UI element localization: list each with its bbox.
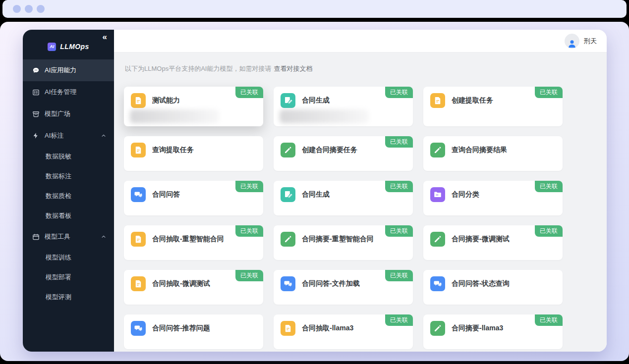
window-control-dot[interactable] — [13, 5, 21, 13]
sidebar-subitem-label: 数据脱敏 — [46, 152, 71, 161]
window-control-dot[interactable] — [37, 5, 45, 13]
card-title: 查询合同摘要结果 — [452, 146, 507, 155]
card-title: 合同抽取-llama3 — [302, 324, 353, 333]
card-title: 合同问答-推荐问题 — [152, 324, 210, 333]
sidebar-subitem-label: 模型训练 — [46, 253, 71, 262]
app-window: « AI LLMOps AI应用能力 AI任务管理 模型广场 AI标注 数据脱敏… — [23, 30, 607, 352]
sidebar-item-ai-annotation[interactable]: AI标注 — [23, 125, 114, 147]
capability-card[interactable]: 合同摘要-重塑智能合同 已关联 — [274, 225, 413, 260]
capability-card[interactable]: 测试能力 已关联 — [124, 87, 263, 126]
pencil-icon — [430, 143, 445, 157]
linked-badge: 已关联 — [385, 136, 413, 148]
pencil-icon — [281, 143, 295, 157]
sidebar-subitem-data-qc[interactable]: 数据质检 — [23, 186, 114, 206]
chat-icon — [281, 276, 295, 291]
document-icon — [131, 143, 146, 157]
card-title: 合同摘要-重塑智能合同 — [302, 235, 374, 244]
sidebar-item-label: 模型广场 — [45, 109, 70, 118]
linked-badge: 已关联 — [235, 181, 263, 192]
capability-card[interactable]: 合同生成 已关联 — [274, 87, 413, 126]
capability-card[interactable]: 创建提取任务 已关联 — [423, 87, 563, 126]
pencil-icon — [430, 321, 445, 336]
capability-card[interactable]: 创建合同摘要任务 已关联 — [274, 136, 413, 171]
sidebar-subitem-model-deploy[interactable]: 模型部署 — [23, 267, 114, 287]
window-control-dot[interactable] — [25, 5, 33, 13]
capability-card[interactable]: 查询提取任务 — [124, 136, 263, 171]
capability-card-grid: 测试能力 已关联 合同生成 已关联 创建提取任务 已关联 查询提取任务 创建合同… — [124, 87, 597, 349]
sidebar-item-model-tools[interactable]: 模型工具 — [23, 226, 114, 248]
sidebar-item-label: 模型工具 — [45, 232, 70, 241]
capability-card[interactable]: 合同抽取-微调测试 已关联 — [124, 270, 263, 305]
chevron-up-icon — [101, 234, 106, 239]
linked-badge: 已关联 — [385, 181, 413, 192]
document-icon — [281, 321, 295, 336]
sidebar: « AI LLMOps AI应用能力 AI任务管理 模型广场 AI标注 数据脱敏… — [23, 30, 114, 352]
card-title: 合同摘要-llama3 — [452, 324, 503, 333]
sidebar-item-model-plaza[interactable]: 模型广场 — [23, 103, 114, 125]
sidebar-collapse-icon[interactable]: « — [103, 33, 107, 41]
sidebar-item-ai-task[interactable]: AI任务管理 — [23, 81, 114, 103]
user-name[interactable]: 刑天 — [584, 37, 597, 46]
sidebar-subitem-data-annotation[interactable]: 数据标注 — [23, 166, 114, 186]
sidebar-subitem-label: 数据标注 — [46, 172, 71, 181]
topbar: 刑天 — [114, 30, 607, 52]
document-icon — [430, 93, 445, 108]
document-icon — [131, 232, 146, 247]
sidebar-subitem-model-training[interactable]: 模型训练 — [23, 248, 114, 267]
capability-card[interactable]: 合同问答-推荐问题 — [124, 314, 263, 349]
linked-badge: 已关联 — [235, 87, 263, 98]
document-edit-icon — [281, 187, 295, 202]
description-text: 以下为LLMOps平台支持的AI能力模型，如需对接请 — [125, 65, 271, 72]
linked-badge: 已关联 — [385, 87, 413, 98]
capability-card[interactable]: 合同问答 已关联 — [124, 181, 263, 215]
linked-badge: 已关联 — [535, 314, 563, 326]
capability-card[interactable]: 查询合同摘要结果 — [423, 136, 563, 171]
docs-link[interactable]: 查看对接文档 — [274, 65, 312, 72]
card-title: 合同抽取-重塑智能合同 — [152, 235, 224, 244]
card-title: 合同抽取-微调测试 — [152, 279, 210, 288]
sidebar-subitem-label: 模型评测 — [46, 293, 71, 302]
desktop-backdrop: « AI LLMOps AI应用能力 AI任务管理 模型广场 AI标注 数据脱敏… — [0, 22, 629, 361]
linked-badge: 已关联 — [385, 225, 413, 237]
sidebar-subitem-label: 数据看板 — [46, 211, 71, 220]
capability-card[interactable]: 合同摘要-微调测试 已关联 — [423, 225, 563, 260]
sidebar-item-ai-app[interactable]: AI应用能力 — [23, 59, 114, 81]
linked-badge: 已关联 — [535, 87, 563, 98]
app-logo: AI LLMOps — [23, 41, 114, 52]
sidebar-subitem-model-evaluation[interactable]: 模型评测 — [23, 287, 114, 307]
sidebar-subitem-data-masking[interactable]: 数据脱敏 — [23, 147, 114, 166]
card-title: 合同分类 — [452, 190, 479, 199]
pencil-icon — [430, 232, 445, 247]
linked-badge: 已关联 — [535, 225, 563, 237]
capability-card[interactable]: 合同问答-文件加载 已关联 — [274, 270, 413, 305]
lightning-icon — [32, 132, 40, 140]
calendar-icon — [32, 233, 40, 241]
folder-icon — [430, 187, 445, 202]
capability-card[interactable]: 合同分类 已关联 — [423, 181, 563, 215]
sidebar-item-label: AI任务管理 — [45, 88, 76, 97]
card-title: 查询提取任务 — [152, 146, 194, 155]
capability-description: 以下为LLMOps平台支持的AI能力模型，如需对接请查看对接文档 — [125, 64, 597, 73]
logo-ai-icon: AI — [48, 43, 56, 51]
linked-badge: 已关联 — [535, 181, 563, 192]
chat-icon — [430, 276, 445, 291]
logo-title: LLMOps — [60, 43, 89, 51]
chevron-up-icon — [101, 133, 106, 138]
task-board-icon — [32, 88, 40, 96]
blurred-description — [130, 109, 219, 123]
card-title: 合同问答-文件加载 — [302, 279, 360, 288]
sidebar-nav: AI应用能力 AI任务管理 模型广场 AI标注 数据脱敏 数据标注 数据质检 数… — [23, 59, 114, 307]
capability-card[interactable]: 合同抽取-llama3 已关联 — [274, 314, 413, 349]
user-avatar[interactable] — [565, 34, 579, 49]
sidebar-subitem-label: 数据质检 — [46, 192, 71, 201]
card-title: 创建合同摘要任务 — [302, 146, 357, 155]
chat-icon — [131, 321, 146, 336]
capability-card[interactable]: 合同问答-状态查询 — [423, 270, 563, 305]
capability-card[interactable]: 合同抽取-重塑智能合同 已关联 — [124, 225, 263, 260]
sidebar-subitem-data-dashboard[interactable]: 数据看板 — [23, 206, 114, 226]
capability-card[interactable]: 合同摘要-llama3 已关联 — [423, 314, 563, 349]
card-title: 测试能力 — [152, 96, 180, 105]
capability-card[interactable]: 合同生成 已关联 — [274, 181, 413, 215]
document-icon — [131, 276, 146, 291]
browser-chrome-bar — [2, 0, 627, 18]
